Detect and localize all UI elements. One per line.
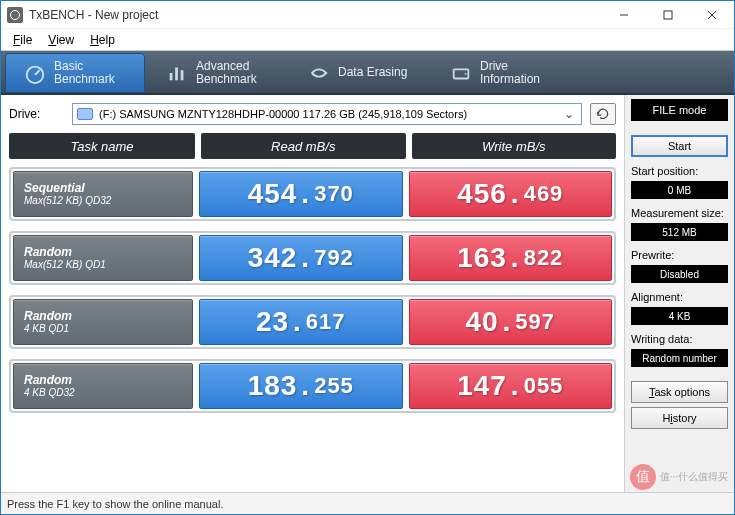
task-name[interactable]: Random4 KB QD32: [13, 363, 193, 409]
result-row: SequentialMax(512 KB) QD32454.370456.469: [9, 167, 616, 221]
main-panel: Drive: (F:) SAMSUNG MZNTY128HDHP-00000 1…: [1, 95, 624, 492]
write-value: 163.822: [409, 235, 613, 281]
drive-label: Drive:: [9, 107, 64, 121]
task-options-button[interactable]: Task options: [631, 381, 728, 403]
chevron-down-icon: ⌄: [561, 107, 577, 121]
write-value: 147.055: [409, 363, 613, 409]
task-name[interactable]: RandomMax(512 KB) QD1: [13, 235, 193, 281]
result-row: Random4 KB QD123.61740.597: [9, 295, 616, 349]
task-title: Random: [24, 373, 182, 387]
start-button[interactable]: Start: [631, 135, 728, 157]
measurement-size-label: Measurement size:: [631, 207, 728, 219]
svg-rect-6: [170, 73, 173, 80]
read-value: 23.617: [199, 299, 403, 345]
write-value: 456.469: [409, 171, 613, 217]
task-sub: 4 KB QD1: [24, 323, 182, 335]
start-position-value: 0 MB: [631, 181, 728, 199]
menu-help[interactable]: Help: [82, 31, 123, 49]
task-name[interactable]: Random4 KB QD1: [13, 299, 193, 345]
sidebar: FILE mode Start Start position: 0 MB Mea…: [624, 95, 734, 492]
header-read: Read mB/s: [201, 133, 406, 159]
task-name[interactable]: SequentialMax(512 KB) QD32: [13, 171, 193, 217]
titlebar: TxBENCH - New project: [1, 1, 734, 29]
svg-rect-8: [181, 70, 184, 80]
refresh-button[interactable]: [590, 103, 616, 125]
maximize-button[interactable]: [646, 1, 690, 29]
task-sub: Max(512 KB) QD1: [24, 259, 182, 271]
write-value: 40.597: [409, 299, 613, 345]
start-position-label: Start position:: [631, 165, 728, 177]
menubar: File View Help: [1, 29, 734, 51]
tab-drive-information[interactable]: Drive Information: [431, 53, 571, 93]
svg-line-5: [35, 70, 40, 75]
task-sub: 4 KB QD32: [24, 387, 182, 399]
prewrite-value: Disabled: [631, 265, 728, 283]
header-write: Write mB/s: [412, 133, 617, 159]
result-row: RandomMax(512 KB) QD1342.792163.822: [9, 231, 616, 285]
status-text: Press the F1 key to show the online manu…: [7, 498, 223, 510]
alignment-label: Alignment:: [631, 291, 728, 303]
read-value: 454.370: [199, 171, 403, 217]
tab-label: Data Erasing: [338, 66, 407, 79]
history-button[interactable]: History: [631, 407, 728, 429]
read-value: 342.792: [199, 235, 403, 281]
erase-icon: [308, 62, 330, 84]
drive-icon: [450, 62, 472, 84]
close-button[interactable]: [690, 1, 734, 29]
drive-select[interactable]: (F:) SAMSUNG MZNTY128HDHP-00000 117.26 G…: [72, 103, 582, 125]
disk-icon: [77, 108, 93, 120]
writing-data-value: Random number: [631, 349, 728, 367]
app-icon: [7, 7, 23, 23]
tab-advanced-benchmark[interactable]: Advanced Benchmark: [147, 53, 287, 93]
task-title: Sequential: [24, 181, 182, 195]
prewrite-label: Prewrite:: [631, 249, 728, 261]
statusbar: Press the F1 key to show the online manu…: [1, 492, 734, 514]
svg-point-10: [465, 73, 467, 75]
tab-label: Drive Information: [480, 60, 540, 86]
bars-icon: [166, 62, 188, 84]
task-title: Random: [24, 245, 182, 259]
svg-point-4: [27, 67, 44, 84]
measurement-size-value: 512 MB: [631, 223, 728, 241]
header-task: Task name: [9, 133, 195, 159]
window-title: TxBENCH - New project: [29, 8, 602, 22]
drive-value: (F:) SAMSUNG MZNTY128HDHP-00000 117.26 G…: [99, 108, 561, 120]
menu-view[interactable]: View: [40, 31, 82, 49]
results-header: Task name Read mB/s Write mB/s: [9, 133, 616, 159]
tab-label: Basic Benchmark: [54, 60, 115, 86]
tab-label: Advanced Benchmark: [196, 60, 257, 86]
gauge-icon: [24, 62, 46, 84]
menu-file[interactable]: File: [5, 31, 40, 49]
task-sub: Max(512 KB) QD32: [24, 195, 182, 207]
tab-basic-benchmark[interactable]: Basic Benchmark: [5, 53, 145, 93]
svg-rect-1: [664, 11, 672, 19]
minimize-button[interactable]: [602, 1, 646, 29]
svg-rect-7: [175, 68, 178, 81]
result-row: Random4 KB QD32183.255147.055: [9, 359, 616, 413]
results-rows: SequentialMax(512 KB) QD32454.370456.469…: [9, 167, 616, 488]
task-title: Random: [24, 309, 182, 323]
tab-data-erasing[interactable]: Data Erasing: [289, 53, 429, 93]
refresh-icon: [596, 107, 610, 121]
alignment-value: 4 KB: [631, 307, 728, 325]
writing-data-label: Writing data:: [631, 333, 728, 345]
read-value: 183.255: [199, 363, 403, 409]
ribbon: Basic Benchmark Advanced Benchmark Data …: [1, 51, 734, 95]
file-mode-button[interactable]: FILE mode: [631, 99, 728, 121]
